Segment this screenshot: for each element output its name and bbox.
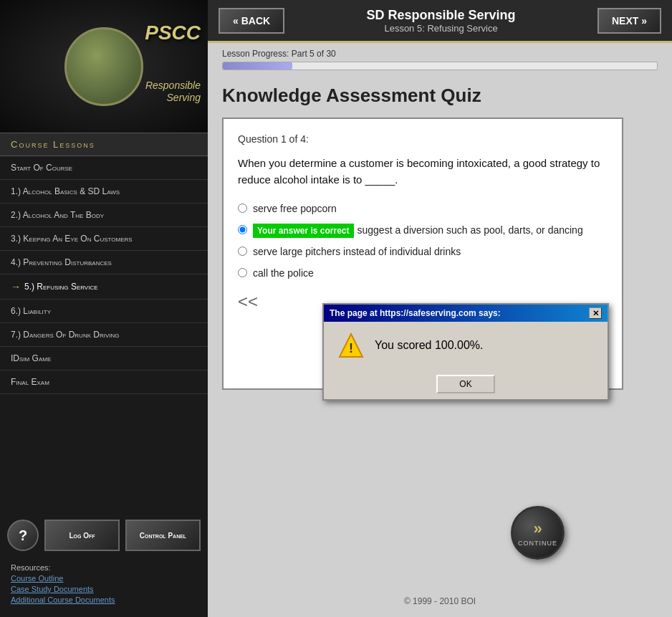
- logo-circle: [64, 27, 143, 106]
- sidebar-item-start[interactable]: Start Of Course: [0, 156, 208, 180]
- next-button[interactable]: NEXT »: [597, 8, 661, 34]
- dialog-title-bar: The page at https://safeserving.com says…: [324, 305, 608, 322]
- answer-option-c[interactable]: serve large pitchers instead of individu…: [238, 245, 608, 259]
- logo-area: PSCC ResponsibleServing: [0, 0, 208, 133]
- sidebar-bottom: ? Log Off Control Panel Resources: Cours…: [0, 512, 208, 617]
- sidebar-item-lesson2[interactable]: 2.) Alcohol And The Body: [0, 204, 208, 227]
- radio-b[interactable]: [238, 225, 247, 234]
- progress-label: Lesson Progress: Part 5 of 30: [222, 49, 658, 59]
- logoff-button[interactable]: Log Off: [44, 520, 120, 551]
- continue-arrows-icon: »: [533, 520, 542, 538]
- resources-section: Resources: Course Outline Case Study Doc…: [7, 560, 201, 610]
- sidebar-item-lesson5[interactable]: → 5.) Refusing Service: [0, 274, 208, 300]
- sidebar-item-lesson4[interactable]: 4.) Preventing Disturbances: [0, 251, 208, 274]
- dialog-message: You scored 100.00%.: [375, 339, 484, 352]
- continue-label: CONTINUE: [518, 540, 557, 547]
- lesson-subtitle: Lesson 5: Refusing Service: [299, 23, 583, 34]
- sidebar-label-lesson7: 7.) Dangers Of Drunk Driving: [11, 330, 120, 340]
- radio-a[interactable]: [238, 204, 247, 213]
- page-title: Knowledge Assessment Quiz: [222, 85, 658, 107]
- logo-subtitle-text: ResponsibleServing: [145, 80, 201, 104]
- main-content: « BACK SD Responsible Serving Lesson 5: …: [208, 0, 672, 617]
- top-nav: « BACK SD Responsible Serving Lesson 5: …: [208, 0, 672, 43]
- answer-option-a[interactable]: serve free popcorn: [238, 202, 608, 216]
- question-text: When you determine a customer is becomin…: [238, 156, 608, 188]
- warning-icon: !: [338, 333, 364, 358]
- sidebar-item-idsim[interactable]: IDsim Game: [0, 347, 208, 370]
- active-arrow-icon: →: [11, 281, 21, 292]
- bottom-buttons-area: ? Log Off Control Panel: [7, 520, 201, 551]
- dialog-close-button[interactable]: ✕: [589, 307, 602, 319]
- content-area: Knowledge Assessment Quiz Question 1 of …: [208, 74, 672, 617]
- radio-d[interactable]: [238, 268, 247, 277]
- sidebar-item-lesson3[interactable]: 3.) Keeping An Eye On Customers: [0, 227, 208, 251]
- course-outline-link[interactable]: Course Outline: [11, 574, 197, 583]
- correct-badge: Your answer is correct: [253, 224, 354, 239]
- back-button[interactable]: « BACK: [219, 8, 284, 34]
- course-title: SD Responsible Serving: [299, 8, 583, 23]
- sidebar-label-lesson1: 1.) Alcohol Basics & SD Laws: [11, 186, 120, 196]
- sidebar-item-lesson7[interactable]: 7.) Dangers Of Drunk Driving: [0, 323, 208, 347]
- dialog-footer: OK: [324, 369, 608, 399]
- sidebar: PSCC ResponsibleServing Course Lessons S…: [0, 0, 208, 617]
- copyright: © 1999 - 2010 BOI: [208, 596, 672, 606]
- sidebar-label-lesson2: 2.) Alcohol And The Body: [11, 210, 104, 220]
- progress-area: Lesson Progress: Part 5 of 30: [208, 43, 672, 74]
- dialog-title: The page at https://safeserving.com says…: [330, 308, 501, 318]
- dialog-overlay: The page at https://safeserving.com says…: [322, 303, 609, 401]
- sidebar-label-idsim: IDsim Game: [11, 353, 51, 363]
- sidebar-label-start: Start Of Course: [11, 163, 72, 173]
- answer-text-a: serve free popcorn: [253, 202, 337, 216]
- answer-text-b: suggest a diversion such as pool, darts,…: [357, 224, 583, 238]
- logo-pscc-text: PSCC: [145, 21, 201, 44]
- question-number: Question 1 of 4:: [238, 133, 608, 145]
- dialog-body: ! You scored 100.00%.: [324, 322, 608, 369]
- sidebar-label-lesson6: 6.) Liability: [11, 306, 51, 316]
- help-button[interactable]: ?: [7, 520, 39, 551]
- sidebar-label-final: Final Exam: [11, 377, 49, 387]
- svg-text:!: !: [349, 341, 353, 355]
- answer-text-d: call the police: [253, 267, 314, 281]
- control-panel-button[interactable]: Control Panel: [125, 520, 201, 551]
- sidebar-label-lesson4: 4.) Preventing Disturbances: [11, 257, 112, 267]
- answer-text-c: serve large pitchers instead of individu…: [253, 245, 461, 259]
- sidebar-item-final[interactable]: Final Exam: [0, 370, 208, 394]
- additional-docs-link[interactable]: Additional Course Documents: [11, 596, 197, 604]
- dialog-box: The page at https://safeserving.com says…: [322, 303, 609, 401]
- continue-button[interactable]: » CONTINUE: [511, 506, 565, 560]
- resources-label: Resources:: [11, 563, 197, 572]
- dialog-ok-button[interactable]: OK: [436, 375, 494, 393]
- sidebar-label-lesson3: 3.) Keeping An Eye On Customers: [11, 234, 133, 244]
- sidebar-item-lesson1[interactable]: 1.) Alcohol Basics & SD Laws: [0, 180, 208, 204]
- continue-button-area: » CONTINUE: [511, 506, 565, 560]
- answer-option-b[interactable]: Your answer is correct suggest a diversi…: [238, 224, 608, 239]
- nav-title-area: SD Responsible Serving Lesson 5: Refusin…: [284, 8, 597, 34]
- course-lessons-label: Course Lessons: [11, 139, 95, 150]
- progress-bar-background: [222, 62, 658, 70]
- radio-c[interactable]: [238, 247, 247, 256]
- answer-option-d[interactable]: call the police: [238, 267, 608, 281]
- progress-bar-fill: [223, 62, 292, 70]
- sidebar-label-lesson5: 5.) Refusing Service: [24, 282, 98, 292]
- case-study-link[interactable]: Case Study Documents: [11, 585, 197, 593]
- course-lessons-header: Course Lessons: [0, 133, 208, 156]
- sidebar-item-lesson6[interactable]: 6.) Liability: [0, 300, 208, 323]
